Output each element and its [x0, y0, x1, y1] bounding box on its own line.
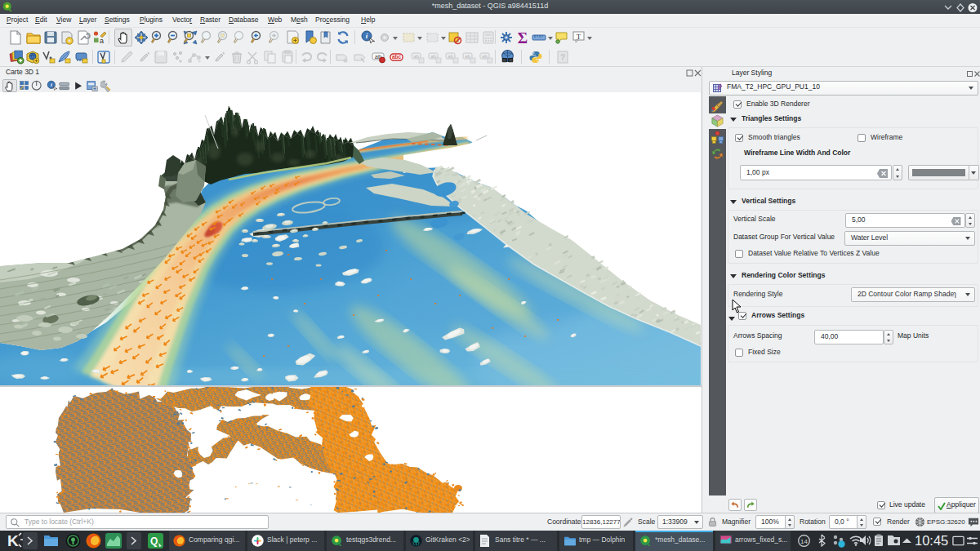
svg-text:K: K	[7, 532, 19, 549]
svg-text:i: i	[51, 82, 52, 87]
svg-text:ab: ab	[430, 54, 436, 59]
svg-text:ab: ab	[482, 54, 488, 59]
svg-text:14: 14	[800, 538, 808, 545]
svg-text:Σ: Σ	[518, 29, 528, 46]
svg-text:a: a	[100, 37, 104, 45]
svg-text:?: ?	[560, 53, 565, 62]
svg-text:ab: ab	[448, 54, 453, 59]
svg-text:ab: ab	[465, 54, 470, 59]
svg-text:ab: ab	[413, 54, 419, 59]
svg-text:T: T	[577, 33, 581, 41]
svg-text:abc: abc	[392, 54, 402, 60]
svg-text:Q: Q	[150, 535, 158, 547]
